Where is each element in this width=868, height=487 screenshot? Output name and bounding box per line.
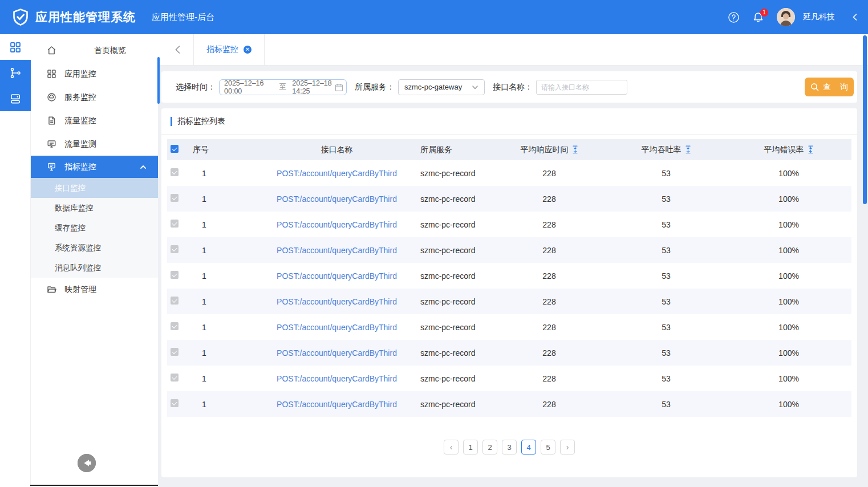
submenu-item-system-resource-monitor[interactable]: 系统资源监控 (31, 238, 158, 258)
cell-seq: 1 (193, 271, 255, 281)
topology-icon (10, 67, 21, 79)
row-checkbox[interactable] (171, 168, 179, 176)
rail-item-dashboard[interactable] (0, 34, 31, 60)
sidebar-item-metric-monitor[interactable]: 指标监控 (31, 156, 158, 178)
cell-avg-throughput: 53 (606, 169, 726, 178)
cell-seq: 1 (193, 169, 255, 178)
pagination-next-button[interactable]: › (560, 440, 575, 454)
cell-avg-response: 228 (492, 271, 606, 281)
interface-link[interactable]: POST:/account/queryCardByThird (277, 194, 397, 204)
query-button[interactable]: 查 询 (805, 78, 854, 96)
cell-avg-error: 100% (726, 374, 851, 383)
cell-avg-error: 100% (726, 297, 851, 306)
help-icon[interactable] (728, 11, 740, 23)
submenu-item-database-monitor[interactable]: 数据库监控 (31, 198, 158, 218)
home-icon (47, 46, 56, 55)
submenu-item-message-queue-monitor[interactable]: 消息队列监控 (31, 258, 158, 278)
sort-icon[interactable] (808, 145, 814, 155)
pagination-page-button[interactable]: 1 (463, 440, 478, 454)
row-checkbox[interactable] (171, 374, 179, 382)
chevron-up-icon (140, 164, 147, 171)
sort-icon[interactable] (685, 145, 691, 155)
cell-seq: 1 (193, 297, 255, 306)
app-subtitle: 应用性管理-后台 (152, 12, 214, 23)
search-icon (810, 83, 819, 91)
cell-avg-response: 228 (492, 348, 606, 358)
submenu-item-cache-monitor[interactable]: 缓存监控 (31, 218, 158, 238)
pagination-page-button[interactable]: 4 (521, 440, 536, 454)
sidebar-collapse-button[interactable] (78, 454, 96, 472)
service-select[interactable]: szmc-pc-gateway (398, 79, 485, 95)
main-content: 指标监控 ✕ 选择时间： 2025–12–16 00:00 至 2025–12–… (158, 34, 868, 487)
pagination-page-button[interactable]: 5 (541, 440, 555, 454)
interface-link[interactable]: POST:/account/queryCardByThird (277, 348, 397, 358)
submenu-item-interface-monitor[interactable]: 接口监控 (31, 178, 158, 198)
sort-icon[interactable] (572, 145, 578, 155)
user-name[interactable]: 延凡科技 (803, 12, 835, 22)
pagination-page-button[interactable]: 2 (482, 440, 497, 454)
cell-service: szmc-pc-record (418, 297, 492, 306)
row-checkbox[interactable] (171, 297, 179, 305)
sidebar-item-app-monitor[interactable]: 应用监控 (31, 62, 158, 86)
sidebar-item-label: 流量监控 (64, 116, 96, 126)
interface-link[interactable]: POST:/account/queryCardByThird (277, 323, 397, 332)
row-checkbox[interactable] (171, 220, 179, 228)
sidebar-item-traffic-monitor[interactable]: 流量监控 (31, 109, 158, 132)
pagination-prev-button[interactable]: ‹ (444, 440, 459, 454)
cell-avg-throughput: 53 (606, 220, 726, 229)
cell-service: szmc-pc-record (418, 169, 492, 178)
interface-link[interactable]: POST:/account/queryCardByThird (277, 246, 397, 255)
sidebar-item-service-monitor[interactable]: 服务监控 (31, 86, 158, 109)
date-separator: 至 (279, 82, 287, 92)
row-checkbox[interactable] (171, 348, 179, 356)
sidebar-scrollbar[interactable] (157, 57, 160, 104)
interface-link[interactable]: POST:/account/queryCardByThird (277, 297, 397, 306)
cell-seq: 1 (193, 348, 255, 358)
tab-metric-monitor[interactable]: 指标监控 ✕ (194, 34, 264, 66)
notification-badge: 1 (760, 9, 768, 17)
tab-label: 指标监控 (206, 44, 238, 55)
interface-link[interactable]: POST:/account/queryCardByThird (277, 400, 397, 409)
row-checkbox[interactable] (171, 322, 179, 330)
sidebar-item-mapping-management[interactable]: 映射管理 (31, 278, 158, 301)
rail-item-layout[interactable] (0, 86, 31, 111)
column-header-avg-error: 平均错误率 (764, 145, 804, 155)
cell-avg-error: 100% (726, 220, 851, 229)
cell-avg-response: 228 (492, 169, 606, 178)
grid-icon (10, 42, 21, 53)
row-checkbox[interactable] (171, 194, 179, 202)
table-row: 1 POST:/account/queryCardByThird szmc-pc… (167, 237, 851, 263)
sidebar-item-label: 指标监控 (64, 162, 96, 172)
row-checkbox[interactable] (171, 271, 179, 279)
interface-name-input[interactable] (536, 80, 627, 95)
avatar[interactable] (777, 8, 795, 26)
filter-bar: 选择时间： 2025–12–16 00:00 至 2025–12–18 14:2… (161, 71, 857, 103)
notification-bell-icon[interactable]: 1 (752, 11, 764, 23)
service-filter-label: 所属服务： (355, 82, 395, 92)
page-scrollbar[interactable] (863, 35, 867, 204)
layout-icon (10, 93, 21, 104)
row-checkbox[interactable] (171, 399, 179, 407)
monitor-icon (47, 139, 56, 149)
rail-item-topology[interactable] (0, 60, 31, 86)
interface-link[interactable]: POST:/account/queryCardByThird (277, 271, 397, 281)
pagination-page-button[interactable]: 3 (502, 440, 517, 454)
interface-link[interactable]: POST:/account/queryCardByThird (277, 374, 397, 383)
tab-back-chevron-icon[interactable] (173, 44, 183, 55)
sidebar-item-home[interactable]: 首页概览 (31, 39, 158, 62)
file-icon (47, 116, 56, 125)
date-range-picker[interactable]: 2025–12–16 00:00 至 2025–12–18 14:25 (219, 79, 347, 95)
table-row: 1 POST:/account/queryCardByThird szmc-pc… (167, 391, 851, 417)
tab-close-icon[interactable]: ✕ (244, 46, 252, 54)
interface-link[interactable]: POST:/account/queryCardByThird (277, 220, 397, 229)
table-row: 1 POST:/account/queryCardByThird szmc-pc… (167, 366, 851, 391)
cell-service: szmc-pc-record (418, 220, 492, 229)
tabbar: 指标监控 ✕ (158, 34, 868, 66)
cell-avg-error: 100% (726, 194, 851, 204)
sidebar-item-traffic-detect[interactable]: 流量监测 (31, 132, 158, 156)
row-checkbox[interactable] (171, 245, 179, 253)
select-all-checkbox[interactable] (171, 145, 179, 153)
column-header-seq: 序号 (193, 145, 255, 155)
header-collapse-chevron-icon[interactable] (851, 13, 859, 21)
interface-link[interactable]: POST:/account/queryCardByThird (277, 169, 397, 178)
